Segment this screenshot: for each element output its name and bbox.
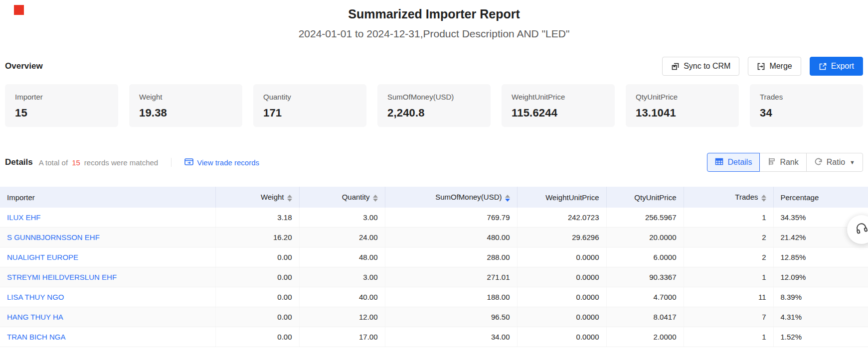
sync-to-crm-button[interactable]: Sync to CRM: [662, 57, 739, 76]
table-cell: 11: [684, 287, 773, 307]
sort-icon[interactable]: [287, 195, 292, 202]
table-cell: 29.6296: [517, 228, 606, 247]
view-trade-records-link[interactable]: View trade records: [184, 158, 259, 167]
table-cell: 0.0000: [517, 287, 606, 307]
view-trade-records-label: View trade records: [197, 158, 259, 167]
stat-label: Trades: [760, 93, 853, 101]
table-cell: 242.0723: [517, 208, 606, 228]
stat-value: 2,240.8: [387, 107, 481, 119]
importer-link[interactable]: NUALIGHT EUROPE: [7, 253, 78, 261]
view-toggle-group: DetailsRankRatio▼: [707, 153, 863, 172]
table-cell: 0.00: [215, 327, 299, 347]
sort-icon[interactable]: [761, 195, 766, 202]
column-header-trades[interactable]: Trades: [684, 187, 773, 208]
merge-icon: [757, 62, 765, 71]
page-title: Summarized Importer Report: [0, 0, 868, 21]
importer-cell: S GUNNBJORNSSON EHF: [0, 228, 215, 247]
merge-label: Merge: [769, 62, 792, 71]
details-bar: Details A total of 15 records were match…: [0, 153, 868, 172]
matched-text: A total of 15 records were matched: [39, 158, 158, 167]
table-cell: 3.18: [215, 208, 299, 228]
table-row: HANG THUY HA0.0012.0096.500.00008.041774…: [0, 307, 868, 327]
tab-details[interactable]: Details: [707, 153, 760, 172]
column-header-label: WeightUnitPrice: [545, 193, 599, 202]
stat-label: Weight: [139, 93, 232, 101]
matched-suffix: records were matched: [84, 158, 158, 167]
table-cell: 12.85%: [773, 247, 868, 267]
table-cell: 8.0417: [606, 307, 684, 327]
export-icon: [819, 62, 827, 71]
importer-link[interactable]: HANG THUY HA: [7, 313, 63, 321]
table-cell: 0.0000: [517, 307, 606, 327]
table-row: STREYMI HEILDVERSLUN EHF0.003.00271.010.…: [0, 267, 868, 287]
table-header-row: ImporterWeightQuantitySumOfMoney(USD)Wei…: [0, 187, 868, 208]
table-row: LISA THUY NGO0.0040.00188.000.00004.7000…: [0, 287, 868, 307]
sync-to-crm-label: Sync to CRM: [684, 62, 730, 71]
overview-label: Overview: [5, 61, 43, 71]
export-button[interactable]: Export: [810, 57, 863, 76]
table-cell: 2: [684, 247, 773, 267]
table-row: ILUX EHF3.183.00769.79242.0723256.596713…: [0, 208, 868, 228]
column-header-quantity[interactable]: Quantity: [299, 187, 385, 208]
table-cell: 7: [684, 307, 773, 327]
stat-card: QtyUnitPrice13.1041: [626, 84, 739, 127]
stats-row: Importer15Weight19.38Quantity171SumOfMon…: [0, 84, 868, 127]
table-cell: 769.79: [385, 208, 517, 228]
table-cell: 90.3367: [606, 267, 684, 287]
table-cell: 0.0000: [517, 327, 606, 347]
importer-link[interactable]: TRAN BICH NGA: [7, 333, 66, 341]
importer-link[interactable]: STREYMI HEILDVERSLUN EHF: [7, 273, 117, 281]
tab-ratio[interactable]: Ratio▼: [806, 153, 863, 172]
column-header-qtyunitprice: QtyUnitPrice: [606, 187, 684, 208]
table-cell: 0.00: [215, 307, 299, 327]
tab-label: Details: [727, 158, 752, 167]
export-label: Export: [831, 62, 854, 71]
table-row: TRAN BICH NGA0.0017.0034.000.00002.00001…: [0, 327, 868, 347]
sort-icon[interactable]: [505, 195, 510, 202]
stat-label: WeightUnitPrice: [512, 93, 605, 101]
table-cell: 20.0000: [606, 228, 684, 247]
table-cell: 2.0000: [606, 327, 684, 347]
toolbar: Overview Sync to CRM Merge: [0, 56, 868, 76]
details-summary: Details A total of 15 records were match…: [5, 157, 259, 167]
table-cell: 1.52%: [773, 327, 868, 347]
table-cell: 17.00: [299, 327, 385, 347]
column-header-percentage: Percentage: [773, 187, 868, 208]
sort-icon[interactable]: [373, 195, 378, 202]
table-cell: 256.5967: [606, 208, 684, 228]
table-cell: 480.00: [385, 228, 517, 247]
stat-value: 19.38: [139, 107, 232, 119]
table-cell: 2: [684, 228, 773, 247]
importer-cell: HANG THUY HA: [0, 307, 215, 327]
table-row: NUALIGHT EUROPE0.0048.00288.000.00006.00…: [0, 247, 868, 267]
headset-icon: [855, 222, 868, 237]
table-cell: 12.09%: [773, 267, 868, 287]
rank-icon: [767, 157, 776, 168]
tab-rank[interactable]: Rank: [759, 153, 806, 172]
stat-value: 15: [15, 107, 108, 119]
stat-label: Quantity: [263, 93, 356, 101]
importer-link[interactable]: LISA THUY NGO: [7, 293, 64, 301]
table-cell: 12.00: [299, 307, 385, 327]
table-cell: 0.00: [215, 287, 299, 307]
stat-label: Importer: [15, 93, 108, 101]
column-header-sumofmoney-usd-[interactable]: SumOfMoney(USD): [385, 187, 517, 208]
table-cell: 16.20: [215, 228, 299, 247]
table-cell: 0.00: [215, 267, 299, 287]
table-cell: 34.00: [385, 327, 517, 347]
importer-cell: TRAN BICH NGA: [0, 327, 215, 347]
merge-button[interactable]: Merge: [748, 57, 801, 76]
stat-card: Quantity171: [253, 84, 366, 127]
column-header-weight[interactable]: Weight: [215, 187, 299, 208]
stat-card: WeightUnitPrice115.6244: [502, 84, 615, 127]
matched-count: 15: [72, 158, 80, 167]
table-cell: 1: [684, 327, 773, 347]
details-title: Details: [5, 157, 33, 167]
column-header-label: QtyUnitPrice: [634, 193, 676, 202]
column-header-label: SumOfMoney(USD): [435, 193, 502, 201]
importer-table: ImporterWeightQuantitySumOfMoney(USD)Wei…: [0, 187, 868, 347]
importer-link[interactable]: ILUX EHF: [7, 213, 41, 222]
view-trade-records-icon: [184, 158, 193, 167]
table-cell: 6.0000: [606, 247, 684, 267]
importer-link[interactable]: S GUNNBJORNSSON EHF: [7, 233, 100, 241]
